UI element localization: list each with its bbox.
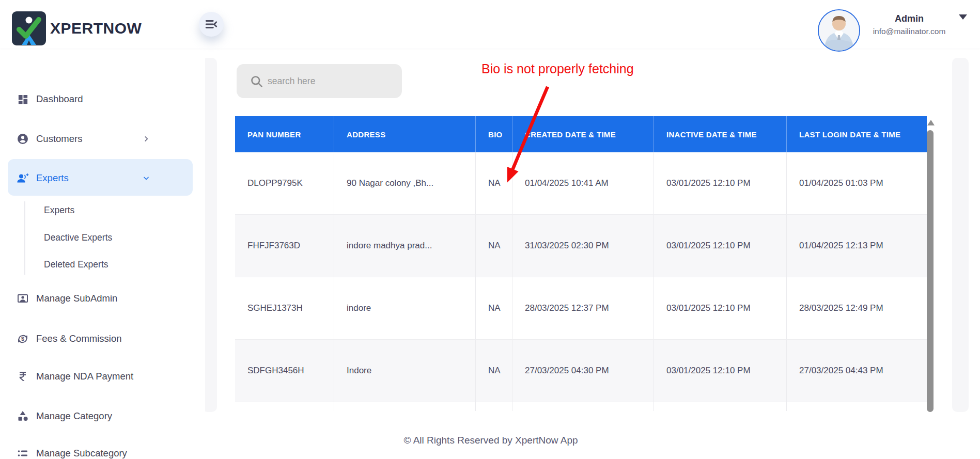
customers-icon xyxy=(17,133,29,145)
column-header-bio[interactable]: BIO xyxy=(475,116,512,152)
cell-pan-number: SDFGH3456H xyxy=(235,340,334,402)
cell-inactive: 03/01/2025 12:10 PM xyxy=(654,215,786,277)
search-input[interactable] xyxy=(237,64,402,98)
sidebar-item-label: Customers xyxy=(36,133,82,145)
menu-collapse-icon xyxy=(205,18,218,31)
subcategory-list-icon xyxy=(17,447,29,459)
sidebar-subitem-experts[interactable]: Experts xyxy=(44,202,74,218)
sidebar-item-label: Manage Category xyxy=(36,410,112,422)
cell-created: 01/04/2025 10:41 AM xyxy=(512,152,654,214)
sidebar-collapse-button[interactable] xyxy=(199,12,224,37)
cell-inactive: 03/01/2025 12:10 PM xyxy=(654,152,786,214)
content-scrollbar-track[interactable] xyxy=(952,58,969,412)
cell-created: 31/03/2025 02:30 PM xyxy=(512,215,654,277)
cell-address: indore xyxy=(334,277,475,339)
sidebar-subitem-deactive-experts[interactable]: Deactive Experts xyxy=(44,230,112,245)
table-scroll-up-icon[interactable] xyxy=(927,120,935,125)
annotation-text: Bio is not properly fetching xyxy=(481,61,634,76)
cell-address: indore madhya prad... xyxy=(334,215,475,277)
column-header-inactive[interactable]: INACTIVE DATE & TIME xyxy=(654,116,786,152)
table-scrollbar-thumb[interactable] xyxy=(927,130,934,412)
sidebar-item-dashboard[interactable]: Dashboard xyxy=(0,89,205,109)
cell-bio: NA xyxy=(475,340,512,402)
sidebar-subitem-deleted-experts[interactable]: Deleted Experts xyxy=(44,257,108,272)
column-header-pan-number[interactable]: PAN NUMBER xyxy=(235,116,334,152)
user-email: info@mailinator.com xyxy=(859,27,960,36)
cell-created: 28/03/2025 12:37 PM xyxy=(512,277,654,339)
submenu-guide-line xyxy=(24,201,25,275)
cell-last-login: 01/04/2025 01:03 PM xyxy=(786,152,927,214)
sidebar-item-label: Fees & Commission xyxy=(36,333,122,344)
table-row[interactable]: SDFGH3456H Indore NA 27/03/2025 04:30 PM… xyxy=(235,340,927,402)
table-header-row: PAN NUMBER ADDRESS BIO CREATED DATE & TI… xyxy=(235,116,927,152)
rupee-icon xyxy=(17,370,29,383)
chevron-down-icon xyxy=(143,175,150,182)
cell-pan-number: FHFJF3763D xyxy=(235,215,334,277)
sidebar-item-label: Dashboard xyxy=(36,93,83,105)
user-menu[interactable]: Admin info@mailinator.com xyxy=(859,13,960,36)
sidebar: Dashboard Customers Experts Exper xyxy=(0,49,205,459)
currency-exchange-icon: $ xyxy=(17,333,29,345)
footer-copyright: © All Rights Reserved by XpertNow App xyxy=(217,435,765,446)
cell-last-login: 01/04/2025 12:13 PM xyxy=(786,215,927,277)
dashboard-icon xyxy=(17,93,29,105)
cell-created: 27/03/2025 04:30 PM xyxy=(512,340,654,402)
category-shapes-icon xyxy=(17,410,29,422)
sidebar-item-manage-nda-payment[interactable]: Manage NDA Payment xyxy=(0,366,205,387)
brand-name: XPERTNOW xyxy=(50,20,142,37)
cell-pan-number: SGHEJ1373H xyxy=(235,277,334,339)
cell-address: Indore xyxy=(334,340,475,402)
sidebar-item-experts[interactable]: Experts xyxy=(0,168,205,188)
avatar[interactable] xyxy=(818,9,860,52)
experts-table: PAN NUMBER ADDRESS BIO CREATED DATE & TI… xyxy=(235,116,927,411)
subadmin-badge-icon xyxy=(17,292,29,305)
brand-logo-icon xyxy=(12,11,46,45)
sidebar-item-manage-category[interactable]: Manage Category xyxy=(0,406,205,426)
sidebar-item-label: Manage Subcategory xyxy=(36,448,127,459)
chevron-right-icon xyxy=(143,135,150,143)
user-name: Admin xyxy=(859,13,960,24)
cell-bio: NA xyxy=(475,277,512,339)
column-header-created[interactable]: CREATED DATE & TIME xyxy=(512,116,654,152)
cell-inactive: 03/01/2025 12:10 PM xyxy=(654,340,786,402)
svg-text:$: $ xyxy=(21,336,24,342)
sidebar-item-customers[interactable]: Customers xyxy=(0,129,205,149)
cell-address: 90 Nagar colony ,Bh... xyxy=(334,152,475,214)
table-row[interactable]: FHFJF3763D indore madhya prad... NA 31/0… xyxy=(235,215,927,277)
table-row[interactable]: DLOPP9795K 90 Nagar colony ,Bh... NA 01/… xyxy=(235,152,927,215)
sidebar-item-label: Experts xyxy=(36,172,69,184)
sidebar-item-label: Manage NDA Payment xyxy=(36,371,133,382)
sidebar-item-manage-subcategory[interactable]: Manage Subcategory xyxy=(0,443,205,459)
cell-inactive: 03/01/2025 12:10 PM xyxy=(654,277,786,339)
column-header-last-login[interactable]: LAST LOGIN DATE & TIME xyxy=(786,116,927,152)
sidebar-item-label: Manage SubAdmin xyxy=(36,293,117,304)
experts-icon xyxy=(17,172,29,184)
table-row[interactable]: SGHEJ1373H indore NA 28/03/2025 12:37 PM… xyxy=(235,277,927,340)
top-bar: XPERTNOW Admin info@mailinator.com xyxy=(0,0,980,49)
column-header-address[interactable]: ADDRESS xyxy=(334,116,475,152)
table-row-partial xyxy=(235,402,927,411)
cell-pan-number: DLOPP9795K xyxy=(235,152,334,214)
cell-bio: NA xyxy=(475,152,512,214)
sidebar-item-manage-subadmin[interactable]: Manage SubAdmin xyxy=(0,288,205,309)
sidebar-item-fees-commission[interactable]: $ Fees & Commission xyxy=(0,328,205,349)
cell-bio: NA xyxy=(475,215,512,277)
cell-last-login: 28/03/2025 12:49 PM xyxy=(786,277,927,339)
cell-last-login: 27/03/2025 04:43 PM xyxy=(786,340,927,402)
caret-down-icon[interactable] xyxy=(959,14,967,20)
